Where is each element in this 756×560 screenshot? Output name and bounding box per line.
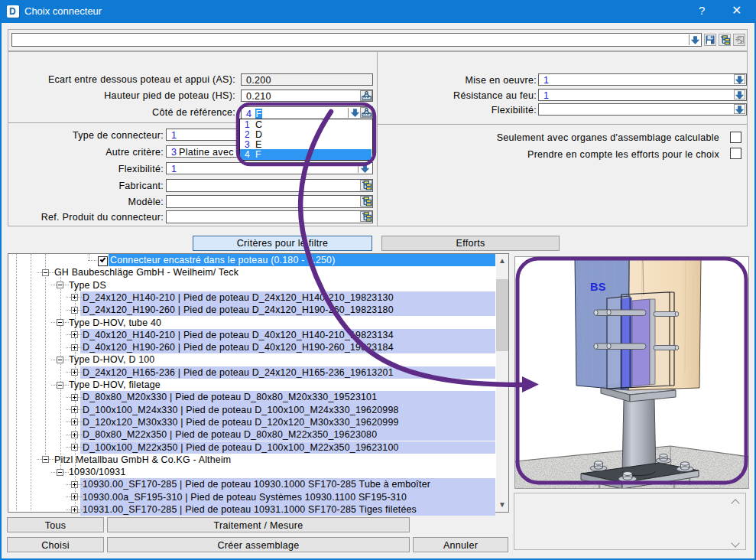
svg-text:BS: BS xyxy=(590,281,606,293)
